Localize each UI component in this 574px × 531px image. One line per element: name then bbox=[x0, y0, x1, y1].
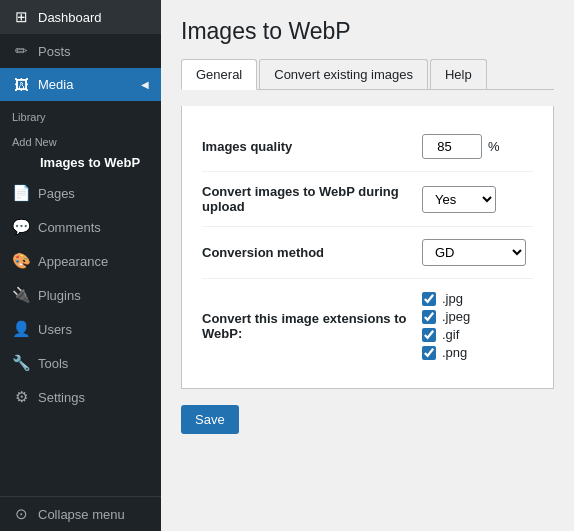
ext-png-checkbox[interactable] bbox=[422, 346, 436, 360]
checkboxes: .jpg .jpeg .gif .png bbox=[422, 291, 470, 360]
conversion-method-control: GD Imagick Gmagick bbox=[422, 239, 526, 266]
sidebar-label-plugins: Plugins bbox=[38, 288, 81, 303]
sidebar-label-media: Media bbox=[38, 77, 73, 92]
appearance-icon: 🎨 bbox=[12, 252, 30, 270]
sidebar-label-appearance: Appearance bbox=[38, 254, 108, 269]
posts-icon: ✏ bbox=[12, 42, 30, 60]
quality-control: % bbox=[422, 134, 500, 159]
sidebar: ⊞ Dashboard ✏ Posts 🖼 Media Library Add … bbox=[0, 0, 161, 531]
tab-help-label: Help bbox=[445, 67, 472, 82]
sidebar-item-posts[interactable]: ✏ Posts bbox=[0, 34, 161, 68]
convert-upload-label: Convert images to WebP during upload bbox=[202, 184, 422, 214]
add-new-label: Add New bbox=[12, 136, 57, 148]
sidebar-label-users: Users bbox=[38, 322, 72, 337]
pages-icon: 📄 bbox=[12, 184, 30, 202]
convert-upload-control: Yes No bbox=[422, 186, 496, 213]
quality-label: Images quality bbox=[202, 139, 422, 154]
sidebar-images-to-webp[interactable]: Images to WebP bbox=[0, 151, 161, 176]
sidebar-item-tools[interactable]: 🔧 Tools bbox=[0, 346, 161, 380]
sidebar-label-posts: Posts bbox=[38, 44, 71, 59]
conversion-method-row: Conversion method GD Imagick Gmagick bbox=[202, 227, 533, 279]
tab-convert-existing-label: Convert existing images bbox=[274, 67, 413, 82]
ext-jpeg-row[interactable]: .jpeg bbox=[422, 309, 470, 324]
extensions-control: .jpg .jpeg .gif .png bbox=[422, 291, 470, 360]
convert-upload-select[interactable]: Yes No bbox=[422, 186, 496, 213]
extensions-row: Convert this image extensions to WebP: .… bbox=[202, 279, 533, 372]
sidebar-item-settings[interactable]: ⚙ Settings bbox=[0, 380, 161, 414]
conversion-method-label: Conversion method bbox=[202, 245, 422, 260]
ext-png-label: .png bbox=[442, 345, 467, 360]
tab-help[interactable]: Help bbox=[430, 59, 487, 89]
percent-label: % bbox=[488, 139, 500, 154]
plugins-icon: 🔌 bbox=[12, 286, 30, 304]
settings-icon: ⚙ bbox=[12, 388, 30, 406]
tools-icon: 🔧 bbox=[12, 354, 30, 372]
tab-general-label: General bbox=[196, 67, 242, 82]
users-icon: 👤 bbox=[12, 320, 30, 338]
ext-jpg-checkbox[interactable] bbox=[422, 292, 436, 306]
tab-general[interactable]: General bbox=[181, 59, 257, 90]
sidebar-collapse[interactable]: ⊙ Collapse menu bbox=[0, 497, 161, 531]
collapse-icon: ⊙ bbox=[12, 505, 30, 523]
ext-gif-checkbox[interactable] bbox=[422, 328, 436, 342]
ext-png-row[interactable]: .png bbox=[422, 345, 470, 360]
sidebar-label-tools: Tools bbox=[38, 356, 68, 371]
extensions-label: Convert this image extensions to WebP: bbox=[202, 311, 422, 341]
dashboard-icon: ⊞ bbox=[12, 8, 30, 26]
quality-row: Images quality % bbox=[202, 122, 533, 172]
main-content: Images to WebP General Convert existing … bbox=[161, 0, 574, 531]
comments-icon: 💬 bbox=[12, 218, 30, 236]
ext-jpeg-checkbox[interactable] bbox=[422, 310, 436, 324]
ext-gif-row[interactable]: .gif bbox=[422, 327, 470, 342]
save-button[interactable]: Save bbox=[181, 405, 239, 434]
library-label: Library bbox=[12, 111, 46, 123]
sidebar-item-comments[interactable]: 💬 Comments bbox=[0, 210, 161, 244]
sidebar-item-pages[interactable]: 📄 Pages bbox=[0, 176, 161, 210]
sidebar-item-dashboard[interactable]: ⊞ Dashboard bbox=[0, 0, 161, 34]
convert-upload-row: Convert images to WebP during upload Yes… bbox=[202, 172, 533, 227]
page-title: Images to WebP bbox=[181, 18, 554, 45]
tab-convert-existing[interactable]: Convert existing images bbox=[259, 59, 428, 89]
sidebar-label-comments: Comments bbox=[38, 220, 101, 235]
ext-jpg-label: .jpg bbox=[442, 291, 463, 306]
ext-jpeg-label: .jpeg bbox=[442, 309, 470, 324]
sidebar-item-users[interactable]: 👤 Users bbox=[0, 312, 161, 346]
sidebar-label-dashboard: Dashboard bbox=[38, 10, 102, 25]
sidebar-item-plugins[interactable]: 🔌 Plugins bbox=[0, 278, 161, 312]
ext-jpg-row[interactable]: .jpg bbox=[422, 291, 470, 306]
collapse-label: Collapse menu bbox=[38, 507, 125, 522]
images-webp-label: Images to WebP bbox=[40, 155, 140, 170]
conversion-method-select[interactable]: GD Imagick Gmagick bbox=[422, 239, 526, 266]
sidebar-item-media[interactable]: 🖼 Media bbox=[0, 68, 161, 101]
media-icon: 🖼 bbox=[12, 76, 30, 93]
sidebar-media-library[interactable]: Library bbox=[0, 101, 161, 126]
sidebar-label-settings: Settings bbox=[38, 390, 85, 405]
tab-bar: General Convert existing images Help bbox=[181, 59, 554, 90]
sidebar-media-addnew[interactable]: Add New bbox=[0, 126, 161, 151]
sidebar-item-appearance[interactable]: 🎨 Appearance bbox=[0, 244, 161, 278]
form-area: Images quality % Convert images to WebP … bbox=[181, 106, 554, 389]
quality-input[interactable] bbox=[422, 134, 482, 159]
ext-gif-label: .gif bbox=[442, 327, 459, 342]
sidebar-label-pages: Pages bbox=[38, 186, 75, 201]
